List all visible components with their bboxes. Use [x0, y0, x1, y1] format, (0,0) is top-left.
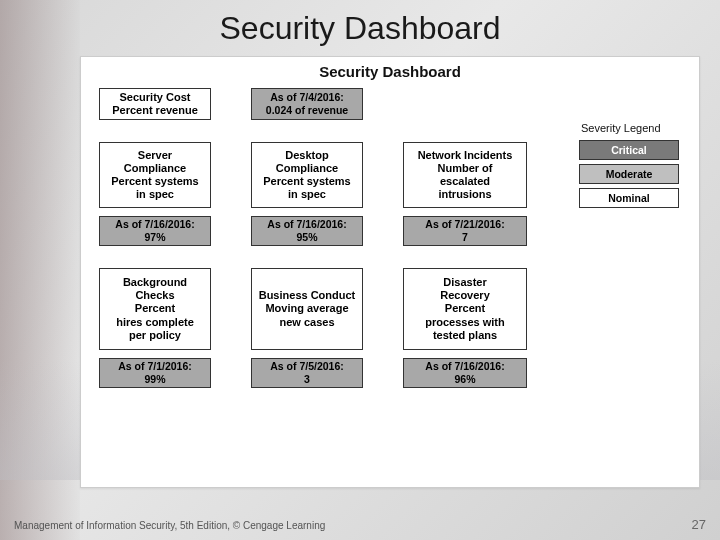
metric-value: 95%: [256, 231, 358, 244]
metric-label: Percent: [104, 302, 206, 315]
panel-title: Security Dashboard: [81, 57, 699, 84]
slide-title: Security Dashboard: [0, 10, 720, 47]
metric-date: As of 7/16/2016:: [104, 218, 206, 231]
metric-label: Percent revenue: [104, 104, 206, 117]
metric-label: Server: [104, 149, 206, 162]
metric-label: Moving average: [256, 302, 358, 315]
slide-footer: Management of Information Security, 5th …: [14, 517, 706, 532]
metric-label: new cases: [256, 316, 358, 329]
metric-date: As of 7/21/2016:: [408, 218, 522, 231]
legend-nominal: Nominal: [579, 188, 679, 208]
metric-label: hires complete: [104, 316, 206, 329]
metric-network-incidents: Network Incidents Number of escalated in…: [403, 142, 527, 208]
metric-label: Compliance: [256, 162, 358, 175]
metric-security-cost: Security Cost Percent revenue: [99, 88, 211, 120]
bg-decor-left: [0, 0, 80, 540]
metric-date: As of 7/16/2016:: [408, 360, 522, 373]
legend-title: Severity Legend: [581, 122, 691, 134]
metric-label: Desktop: [256, 149, 358, 162]
metric-value: 99%: [104, 373, 206, 386]
metric-business-conduct-value: As of 7/5/2016: 3: [251, 358, 363, 388]
metric-label: Business Conduct: [256, 289, 358, 302]
metric-background-checks: Background Checks Percent hires complete…: [99, 268, 211, 350]
metric-label: processes with: [408, 316, 522, 329]
metric-label: Background: [104, 276, 206, 289]
metric-label: Percent: [408, 302, 522, 315]
metric-business-conduct: Business Conduct Moving average new case…: [251, 268, 363, 350]
metric-background-checks-value: As of 7/1/2016: 99%: [99, 358, 211, 388]
metric-label: Security Cost: [104, 91, 206, 104]
metric-label: intrusions: [408, 188, 522, 201]
metric-security-cost-value: As of 7/4/2016: 0.024 of revenue: [251, 88, 363, 120]
metric-label: in spec: [256, 188, 358, 201]
metric-label: per policy: [104, 329, 206, 342]
metric-label: tested plans: [408, 329, 522, 342]
footer-credit: Management of Information Security, 5th …: [14, 520, 325, 531]
metric-label: Disaster: [408, 276, 522, 289]
metric-server-compliance-value: As of 7/16/2016: 97%: [99, 216, 211, 246]
metric-label: Percent systems: [256, 175, 358, 188]
metric-label: Number of: [408, 162, 522, 175]
legend-moderate: Moderate: [579, 164, 679, 184]
metric-value: 7: [408, 231, 522, 244]
metric-label: in spec: [104, 188, 206, 201]
metric-label: Checks: [104, 289, 206, 302]
page-number: 27: [692, 517, 706, 532]
metric-value: 97%: [104, 231, 206, 244]
metric-desktop-compliance-value: As of 7/16/2016: 95%: [251, 216, 363, 246]
metric-date: As of 7/4/2016:: [256, 91, 358, 104]
metric-label: Compliance: [104, 162, 206, 175]
metric-server-compliance: Server Compliance Percent systems in spe…: [99, 142, 211, 208]
metric-label: Recovery: [408, 289, 522, 302]
metric-disaster-recovery: Disaster Recovery Percent processes with…: [403, 268, 527, 350]
metric-desktop-compliance: Desktop Compliance Percent systems in sp…: [251, 142, 363, 208]
dashboard-panel: Security Dashboard Security Cost Percent…: [80, 56, 700, 488]
metric-value: 3: [256, 373, 358, 386]
metric-label: Network Incidents: [408, 149, 522, 162]
metric-value: 0.024 of revenue: [256, 104, 358, 117]
metric-date: As of 7/5/2016:: [256, 360, 358, 373]
metric-label: Percent systems: [104, 175, 206, 188]
metric-network-incidents-value: As of 7/21/2016: 7: [403, 216, 527, 246]
metric-value: 96%: [408, 373, 522, 386]
dashboard-grid: Security Cost Percent revenue As of 7/4/…: [81, 84, 699, 484]
metric-label: escalated: [408, 175, 522, 188]
legend-critical: Critical: [579, 140, 679, 160]
metric-disaster-recovery-value: As of 7/16/2016: 96%: [403, 358, 527, 388]
metric-date: As of 7/1/2016:: [104, 360, 206, 373]
metric-date: As of 7/16/2016:: [256, 218, 358, 231]
